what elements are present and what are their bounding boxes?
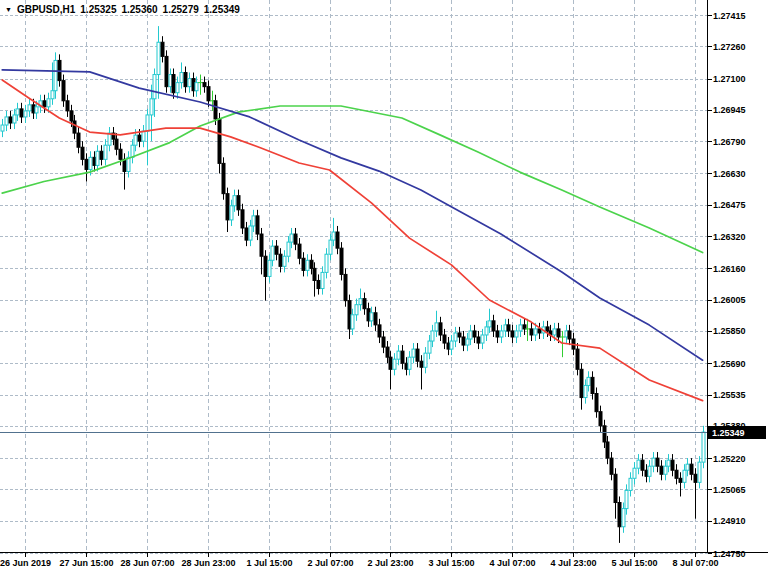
candle-body	[157, 42, 160, 74]
candle-body	[359, 299, 362, 305]
ohlc-header: ▼GBPUSD,H11.253251.253601.252791.25349	[5, 4, 245, 15]
candle-body	[408, 357, 411, 369]
down-candle	[641, 454, 644, 476]
candle-body	[104, 145, 107, 159]
candle-body	[431, 331, 434, 341]
candle-body	[180, 73, 183, 83]
down-candle	[294, 228, 297, 250]
candle-body	[485, 327, 488, 335]
candle-body	[477, 337, 480, 343]
candle-body	[599, 412, 602, 426]
up-candle	[321, 266, 324, 294]
price-label: 1.25220	[713, 454, 746, 464]
down-candle	[538, 323, 541, 339]
candle-body	[466, 339, 469, 345]
candle-body	[507, 325, 510, 331]
candle-body	[454, 333, 457, 341]
down-candle	[679, 472, 682, 496]
down-candle	[462, 331, 465, 351]
candle-body	[530, 329, 533, 335]
down-candle	[264, 250, 267, 300]
candle-body	[77, 133, 80, 147]
candle-body	[363, 299, 366, 309]
time-label: 28 Jun 23:00	[181, 558, 235, 568]
up-candle	[28, 99, 31, 117]
candle-body	[9, 117, 12, 123]
price-label: 1.27100	[713, 74, 746, 84]
up-candle	[283, 250, 286, 272]
candle-body	[233, 196, 236, 206]
up-candle	[24, 105, 27, 123]
candle-body	[610, 458, 613, 474]
candle-body	[492, 321, 495, 331]
up-candle	[652, 452, 655, 472]
time-label: 3 Jul 15:00	[428, 558, 474, 568]
down-candle	[420, 355, 423, 389]
candle-body	[393, 359, 396, 369]
candle-body	[443, 335, 446, 343]
x-axis-labels[interactable]: 26 Jun 201927 Jun 15:0028 Jun 07:0028 Ju…	[0, 553, 719, 569]
down-candle	[226, 188, 229, 232]
candle-body	[397, 351, 400, 359]
down-candle	[660, 460, 663, 480]
down-candle	[477, 331, 480, 349]
candle-body	[435, 323, 438, 331]
up-candle	[108, 127, 111, 151]
down-candle	[614, 468, 617, 518]
candle-body	[43, 101, 46, 107]
candle-body	[237, 196, 240, 210]
candle-body	[207, 87, 210, 101]
candle-body	[16, 109, 19, 115]
down-candle	[694, 468, 697, 518]
price-chart[interactable]: 1.274151.272601.271001.269451.267901.266…	[0, 0, 768, 576]
candle-body	[614, 474, 617, 502]
price-label: 1.26475	[713, 200, 746, 210]
ohlc-close: 1.25349	[204, 4, 240, 15]
down-candle	[237, 190, 240, 216]
y-axis-labels[interactable]: 1.274151.272601.271001.269451.267901.266…	[708, 11, 746, 559]
candle-body	[618, 503, 621, 527]
candle-body	[462, 337, 465, 345]
candle-body	[641, 460, 644, 470]
down-candle	[275, 240, 278, 260]
candle-body	[591, 377, 594, 393]
down-candle	[568, 325, 571, 345]
candle-body	[310, 260, 313, 268]
down-candle	[363, 293, 366, 315]
down-candle	[599, 406, 602, 432]
candle-body	[633, 468, 636, 478]
doji-candle	[525, 319, 530, 341]
candle-body	[671, 460, 674, 470]
candle-body	[294, 234, 297, 244]
down-candle	[336, 226, 339, 254]
up-candle	[359, 289, 362, 311]
candle-body	[161, 42, 164, 56]
candle-body	[386, 347, 389, 357]
candle-body	[625, 490, 628, 508]
price-label: 1.26790	[713, 137, 746, 147]
up-candle	[519, 319, 522, 337]
up-candle	[408, 351, 411, 375]
price-label: 1.25690	[713, 359, 746, 369]
candle-body	[66, 101, 69, 111]
candle-body	[629, 478, 632, 490]
symbol-dropdown-icon[interactable]: ▼	[5, 6, 12, 13]
candle-body	[534, 329, 537, 335]
candle-body	[595, 394, 598, 412]
candle-body	[230, 206, 233, 220]
up-candle	[142, 125, 145, 147]
up-candle	[435, 311, 438, 337]
candle-body	[416, 349, 419, 361]
candle-body	[131, 145, 134, 157]
candle-body	[226, 194, 229, 220]
price-label: 1.24750	[713, 549, 746, 559]
down-candle	[595, 387, 598, 417]
candle-body	[283, 256, 286, 266]
candle-body	[428, 341, 431, 353]
candle-body	[488, 321, 491, 327]
candle-body	[458, 333, 461, 337]
candle-body	[89, 157, 92, 169]
candle-body	[203, 83, 206, 87]
down-candle	[260, 228, 263, 274]
candle-body	[81, 147, 84, 159]
